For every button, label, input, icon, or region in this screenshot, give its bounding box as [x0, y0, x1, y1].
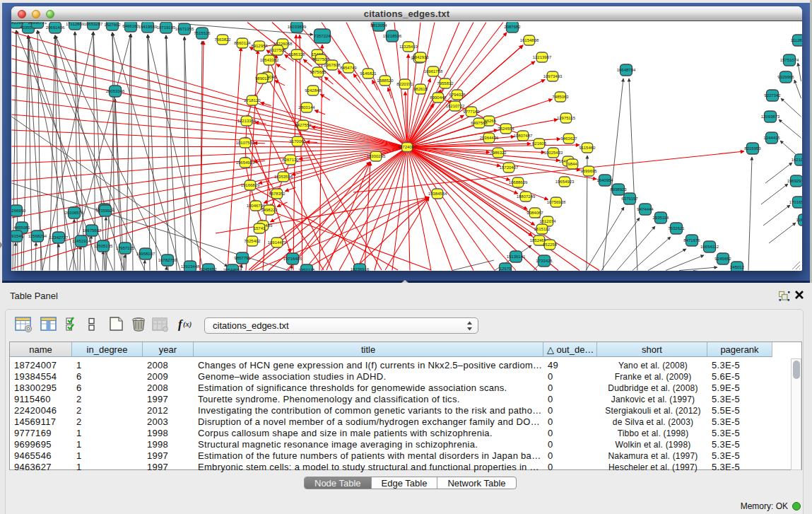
svg-text:8990448: 8990448 [430, 95, 447, 100]
svg-text:8471676: 8471676 [683, 238, 700, 243]
svg-text:7986322: 7986322 [490, 151, 507, 155]
svg-text:16961758: 16961758 [424, 69, 443, 74]
svg-text:9245652: 9245652 [714, 257, 731, 261]
svg-text:8912954: 8912954 [251, 44, 268, 48]
svg-text:10688609: 10688609 [509, 180, 528, 185]
svg-text:2342910: 2342910 [412, 55, 429, 59]
svg-text:(x): (x) [183, 320, 192, 329]
svg-text:1167533: 1167533 [796, 218, 802, 222]
svg-text:20206576: 20206576 [65, 211, 84, 215]
svg-text:8267130: 8267130 [282, 158, 299, 162]
svg-text:3624554: 3624554 [498, 127, 514, 131]
svg-text:15751074: 15751074 [780, 58, 799, 62]
svg-text:9084067: 9084067 [526, 211, 543, 215]
svg-text:10973493: 10973493 [543, 74, 563, 78]
svg-text:16210722: 16210722 [446, 104, 465, 108]
svg-text:3875685: 3875685 [310, 70, 326, 74]
svg-text:4455081: 4455081 [13, 226, 30, 230]
svg-text:25266950: 25266950 [11, 209, 26, 213]
svg-text:2718120: 2718120 [244, 98, 261, 103]
svg-text:12213369: 12213369 [237, 119, 257, 123]
svg-text:16782759: 16782759 [158, 258, 177, 262]
svg-text:12093873: 12093873 [761, 115, 780, 119]
svg-text:2935114: 2935114 [653, 216, 670, 220]
svg-text:1112839: 1112839 [791, 38, 802, 42]
svg-text:1640954: 1640954 [596, 178, 613, 182]
svg-text:621605: 621605 [532, 141, 547, 146]
svg-text:7357224: 7357224 [314, 34, 331, 38]
svg-text:9777169: 9777169 [463, 110, 480, 114]
svg-text:18807249: 18807249 [517, 194, 536, 199]
svg-text:8938923: 8938923 [610, 187, 627, 192]
svg-text:7625402: 7625402 [244, 239, 261, 243]
svg-text:18300295: 18300295 [367, 154, 386, 158]
svg-text:7955812: 7955812 [437, 81, 454, 86]
svg-text:6379197: 6379197 [621, 197, 638, 201]
svg-text:18724007: 18724007 [398, 145, 417, 149]
svg-text:11451914: 11451914 [72, 239, 91, 243]
svg-text:11325419: 11325419 [399, 45, 418, 49]
svg-text:7632621: 7632621 [668, 226, 685, 230]
svg-text:9327505: 9327505 [269, 48, 286, 52]
svg-text:15720407: 15720407 [500, 165, 519, 170]
svg-text:9146821: 9146821 [360, 71, 377, 76]
svg-text:15741: 15741 [254, 226, 266, 230]
svg-text:252254: 252254 [543, 243, 558, 247]
svg-text:10654112: 10654112 [700, 245, 719, 249]
svg-text:20544652: 20544652 [223, 268, 242, 271]
svg-text:20364436: 20364436 [480, 136, 499, 140]
svg-text:9699695: 9699695 [580, 169, 597, 173]
svg-text:12970: 12970 [500, 267, 512, 271]
svg-text:8660124: 8660124 [234, 41, 251, 45]
svg-text:15136141: 15136141 [507, 255, 526, 259]
svg-text:19419569: 19419569 [139, 25, 158, 29]
svg-text:7485063: 7485063 [552, 95, 569, 99]
svg-text:6794028: 6794028 [449, 93, 466, 97]
svg-text:3170061: 3170061 [289, 139, 306, 144]
svg-text:2087682: 2087682 [504, 25, 521, 29]
svg-text:19692971: 19692971 [787, 179, 802, 183]
svg-text:12342737: 12342737 [49, 235, 69, 240]
svg-text:10975687: 10975687 [83, 228, 102, 233]
svg-text:8220371: 8220371 [396, 82, 413, 86]
svg-text:12505135: 12505135 [94, 244, 113, 248]
svg-text:7663822: 7663822 [214, 37, 231, 42]
svg-text:982615: 982615 [413, 87, 428, 91]
svg-text:10958107: 10958107 [136, 252, 155, 256]
svg-text:10543362: 10543362 [260, 58, 279, 62]
svg-text:16671355: 16671355 [175, 27, 194, 31]
svg-text:17016504: 17016504 [789, 200, 802, 204]
svg-text:17112869: 17112869 [66, 22, 85, 26]
svg-text:19654923: 19654923 [236, 160, 255, 165]
svg-text:10025433: 10025433 [544, 151, 563, 155]
svg-text:391546: 391546 [11, 234, 24, 238]
svg-text:19218506: 19218506 [383, 34, 402, 38]
svg-text:20053346: 20053346 [106, 89, 125, 93]
svg-text:2803144: 2803144 [298, 105, 315, 110]
svg-text:9857791: 9857791 [234, 256, 251, 260]
svg-text:16914479: 16914479 [268, 240, 287, 245]
svg-text:10756928: 10756928 [547, 200, 566, 204]
svg-text:9329966: 9329966 [777, 75, 794, 79]
svg-text:245012: 245012 [730, 265, 745, 269]
svg-text:11568294: 11568294 [28, 234, 47, 238]
svg-text:9844: 9844 [567, 162, 577, 166]
svg-text:9327508: 9327508 [312, 57, 329, 62]
svg-text:16154808: 16154808 [520, 38, 539, 42]
svg-text:6466160: 6466160 [122, 24, 139, 28]
svg-text:9463627: 9463627 [560, 136, 577, 141]
svg-text:1615112: 1615112 [534, 227, 551, 231]
svg-text:19166829: 19166829 [241, 183, 260, 187]
svg-text:16648784: 16648784 [617, 68, 636, 72]
svg-text:19384554: 19384554 [428, 192, 447, 196]
svg-text:989012: 989012 [255, 76, 270, 81]
svg-text:10719185: 10719185 [157, 25, 176, 30]
svg-text:8427552: 8427552 [295, 123, 312, 127]
svg-text:17359924: 17359924 [96, 209, 115, 213]
svg-text:16210643: 16210643 [792, 158, 802, 162]
svg-text:17957225: 17957225 [116, 246, 135, 250]
svg-text:19716485: 19716485 [283, 257, 302, 261]
svg-text:16033809: 16033809 [288, 25, 307, 29]
svg-text:8186328: 8186328 [288, 52, 305, 57]
svg-text:20995721: 20995721 [28, 22, 47, 25]
